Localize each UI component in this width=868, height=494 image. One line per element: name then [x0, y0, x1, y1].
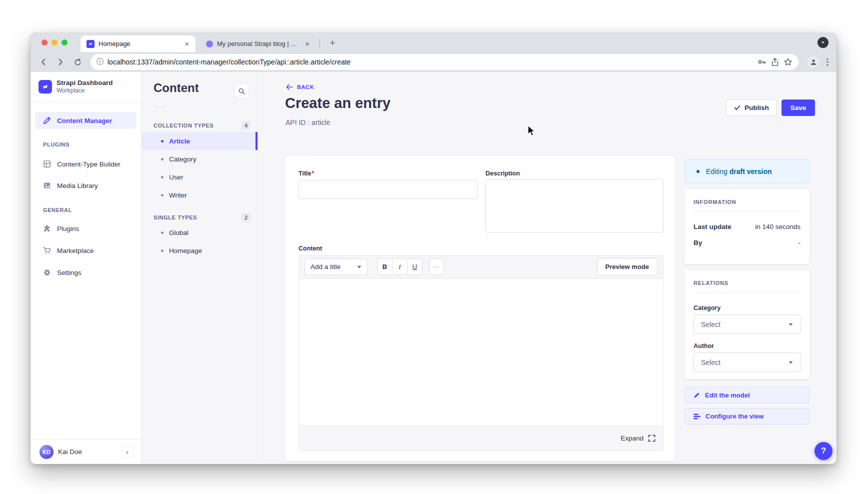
main-content: BACK Create an entry API ID : article Pu… [258, 72, 836, 464]
downloads-button[interactable] [818, 37, 828, 48]
sidebar-item-content-manager[interactable]: Content Manager [35, 112, 136, 129]
publish-button[interactable]: Publish [726, 100, 777, 116]
save-label: Save [790, 104, 806, 112]
minimize-window-button[interactable] [52, 40, 58, 46]
help-button[interactable]: ? [814, 442, 832, 460]
page-title: Create an entry [285, 95, 390, 112]
tab-strapi-blog[interactable]: My personal Strapi blog | Strap × [200, 36, 316, 52]
search-button[interactable] [234, 84, 249, 98]
subnav-item-label: Article [169, 138, 190, 145]
sidebar-item-media-library[interactable]: Media Library [35, 177, 136, 194]
tab-separator [320, 38, 320, 48]
tab-title: Homepage [98, 40, 179, 48]
back-link[interactable]: BACK [286, 84, 314, 90]
italic-button[interactable]: I [392, 258, 408, 275]
card-divider [694, 211, 800, 212]
browser-toolbar: ⓘ localhost:1337/admin/content-manager/c… [30, 52, 836, 72]
sidebar-item-content-type-builder[interactable]: Content-Type Builder [35, 156, 136, 172]
bullet-icon [161, 176, 164, 178]
author-select-value: Select [701, 358, 720, 366]
underline-button[interactable]: U [407, 258, 422, 275]
layout-grid-icon [43, 160, 51, 168]
subnav-item-article[interactable]: Article [142, 132, 258, 150]
url-text[interactable]: localhost:1337/admin/content-manager/col… [108, 58, 754, 66]
information-card: INFORMATION Last update in 140 seconds B… [684, 189, 810, 264]
editor-body[interactable] [299, 279, 663, 426]
tab-close-icon[interactable]: × [183, 40, 190, 48]
expand-icon[interactable] [648, 434, 656, 442]
bookmark-star-icon[interactable] [784, 58, 792, 66]
url-bar[interactable]: ⓘ localhost:1337/admin/content-manager/c… [90, 54, 798, 70]
browser-profile-avatar[interactable] [808, 56, 820, 68]
author-label: Author [694, 342, 800, 350]
pencil-icon [694, 392, 700, 398]
active-indicator [256, 132, 258, 150]
new-tab-button[interactable]: + [326, 36, 340, 50]
bullet-icon [161, 232, 164, 234]
subnav-item-user[interactable]: User [142, 168, 258, 186]
forward-nav-icon[interactable] [54, 55, 68, 69]
entry-form-card: Title* Description Content Add a title [285, 156, 675, 461]
subnav-item-label: Homepage [169, 247, 202, 254]
workspace-subtitle: Workplace [56, 87, 113, 95]
traffic-lights [42, 40, 68, 46]
browser-menu-icon[interactable] [826, 58, 828, 66]
relations-heading: RELATIONS [694, 270, 800, 286]
description-textarea[interactable] [486, 179, 664, 232]
information-heading: INFORMATION [694, 189, 800, 205]
last-update-value: in 140 seconds [755, 223, 800, 230]
edit-model-button[interactable]: Edit the model [684, 387, 810, 404]
user-name: Kai Doe [58, 448, 116, 456]
title-field-label: Title* [298, 170, 314, 177]
subnav-item-homepage[interactable]: Homepage [142, 242, 258, 260]
avatar[interactable]: KD [40, 445, 54, 459]
configure-view-button[interactable]: Configure the view [684, 408, 810, 424]
back-arrow-icon [286, 84, 293, 90]
puzzle-icon [43, 224, 51, 232]
close-window-button[interactable] [42, 40, 48, 46]
sidebar-item-settings[interactable]: Settings [35, 264, 136, 281]
workspace-brand[interactable]: Strapi Dashboard Workplace [38, 79, 113, 95]
publish-label: Publish [744, 104, 769, 112]
preview-mode-button[interactable]: Preview mode [597, 258, 658, 276]
share-icon[interactable] [770, 58, 780, 66]
sidebar-item-plugins[interactable]: Plugins [35, 220, 136, 237]
site-info-icon[interactable]: ⓘ [96, 58, 104, 66]
sidebar-item-marketplace[interactable]: Marketplace [35, 242, 136, 259]
bullet-icon [161, 140, 164, 142]
subnav-item-writer[interactable]: Writer [142, 186, 258, 204]
expand-label[interactable]: Expand [620, 434, 644, 442]
category-label: Category [694, 304, 800, 312]
tab-homepage[interactable]: Homepage × [80, 36, 196, 52]
tab-close-icon[interactable]: × [304, 40, 311, 48]
sidebar-item-label: Content-Type Builder [57, 160, 120, 168]
status-dot-icon [696, 170, 700, 173]
layout-bars-icon [694, 414, 700, 420]
header-actions: Publish Save [726, 100, 815, 116]
subnav-divider [154, 106, 166, 107]
zoom-window-button[interactable] [62, 40, 68, 46]
back-nav-icon[interactable] [36, 55, 50, 69]
browser-window: Homepage × My personal Strapi blog | Str… [30, 33, 836, 464]
bold-button[interactable]: B [377, 258, 392, 275]
chevron-down-icon [357, 266, 362, 268]
category-select[interactable]: Select [694, 314, 800, 334]
save-button[interactable]: Save [782, 100, 816, 116]
collapse-sidebar-button[interactable]: ‹ [121, 446, 134, 458]
card-divider [694, 292, 800, 292]
reload-icon[interactable] [70, 55, 84, 69]
author-select[interactable]: Select [694, 352, 800, 372]
draft-version-banner: Editing draft version [684, 159, 810, 184]
password-key-icon[interactable] [758, 58, 766, 66]
last-update-row: Last update in 140 seconds [694, 223, 800, 230]
tab-title: My personal Strapi blog | Strap [217, 40, 300, 48]
strapi-app: Strapi Dashboard Workplace Content Manag… [30, 72, 836, 464]
sidebar-item-label: Media Library [57, 182, 98, 190]
title-input[interactable] [298, 180, 478, 199]
heading-select[interactable]: Add a title [304, 258, 368, 275]
subnav-item-category[interactable]: Category [142, 150, 258, 168]
bullet-icon [161, 250, 164, 252]
subnav-item-global[interactable]: Global [142, 224, 258, 242]
more-formats-button[interactable]: ... [429, 258, 444, 275]
subnav-title: Content [154, 81, 199, 95]
